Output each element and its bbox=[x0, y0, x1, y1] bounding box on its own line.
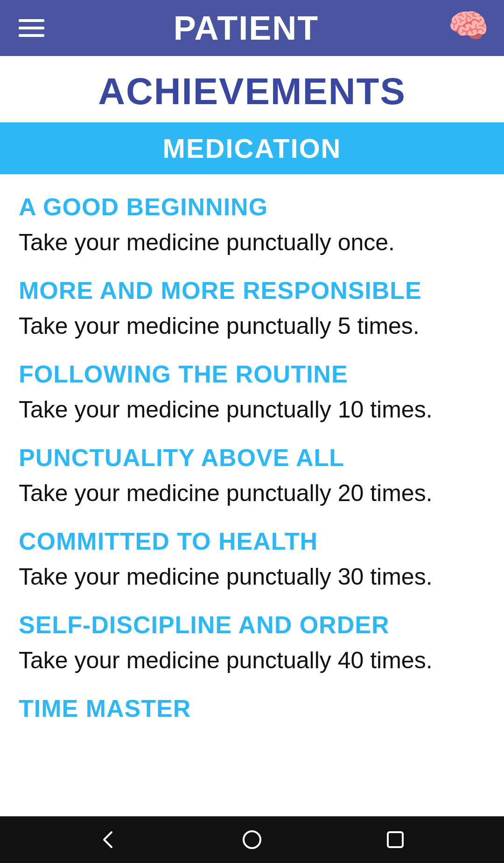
achievement-item-6: SELF-DISCIPLINE AND ORDER Take your medi… bbox=[14, 597, 490, 680]
hamburger-line-2 bbox=[19, 27, 44, 29]
achievement-description-2: Take your medicine punctually 5 times. bbox=[19, 311, 485, 341]
achievement-title-1: A GOOD BEGINNING bbox=[19, 193, 485, 221]
achievement-description-5: Take your medicine punctually 30 times. bbox=[19, 562, 485, 592]
achievement-description-1: Take your medicine punctually once. bbox=[19, 227, 485, 258]
achievement-item-5: COMMITTED TO HEALTH Take your medicine p… bbox=[14, 513, 490, 597]
back-button[interactable] bbox=[92, 823, 125, 856]
achievement-title-4: PUNCTUALITY ABOVE ALL bbox=[19, 444, 485, 472]
achievement-item-3: FOLLOWING THE ROUTINE Take your medicine… bbox=[14, 346, 490, 430]
achievement-item-7: TIME MASTER bbox=[14, 680, 490, 734]
achievement-description-4: Take your medicine punctually 20 times. bbox=[19, 478, 485, 509]
svg-point-0 bbox=[244, 831, 260, 848]
achievement-title-6: SELF-DISCIPLINE AND ORDER bbox=[19, 611, 485, 639]
home-icon bbox=[241, 828, 263, 851]
achievement-item-1: A GOOD BEGINNING Take your medicine punc… bbox=[14, 179, 490, 262]
hamburger-menu-button[interactable] bbox=[19, 19, 44, 37]
achievement-description-3: Take your medicine punctually 10 times. bbox=[19, 395, 485, 425]
recent-button[interactable] bbox=[379, 823, 412, 856]
section-banner: MEDICATION bbox=[0, 122, 504, 174]
back-icon bbox=[98, 828, 120, 851]
app-header: PATIENT 🧠 bbox=[0, 0, 504, 56]
achievement-item-2: MORE AND MORE RESPONSIBLE Take your medi… bbox=[14, 262, 490, 346]
achievement-title-3: FOLLOWING THE ROUTINE bbox=[19, 360, 485, 388]
recent-icon bbox=[384, 828, 406, 851]
achievement-item-4: PUNCTUALITY ABOVE ALL Take your medicine… bbox=[14, 430, 490, 513]
page-title: ACHIEVEMENTS bbox=[0, 56, 504, 122]
app-title: PATIENT bbox=[174, 9, 319, 47]
brain-icon: 🧠 bbox=[448, 9, 485, 47]
home-button[interactable] bbox=[236, 823, 268, 856]
achievement-description-6: Take your medicine punctually 40 times. bbox=[19, 645, 485, 676]
bottom-nav-bar bbox=[0, 816, 504, 863]
hamburger-line-3 bbox=[19, 34, 44, 37]
svg-rect-1 bbox=[388, 832, 403, 847]
hamburger-line-1 bbox=[19, 19, 44, 22]
achievement-title-5: COMMITTED TO HEALTH bbox=[19, 527, 485, 555]
achievements-list: A GOOD BEGINNING Take your medicine punc… bbox=[0, 174, 504, 816]
achievement-title-2: MORE AND MORE RESPONSIBLE bbox=[19, 276, 485, 304]
section-banner-text: MEDICATION bbox=[162, 133, 341, 163]
achievement-title-7: TIME MASTER bbox=[19, 694, 485, 722]
